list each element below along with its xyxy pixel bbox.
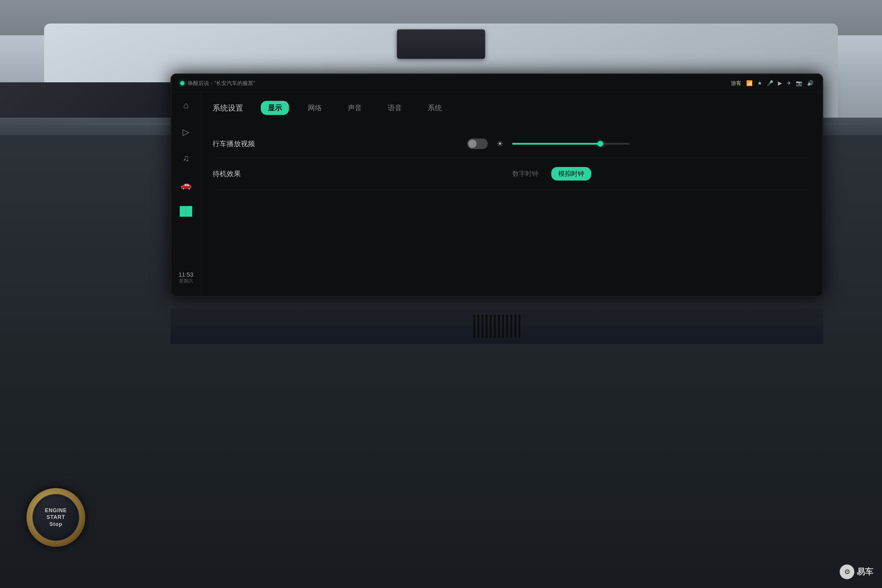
engine-button-area: ENGINE START Stop [9, 476, 103, 559]
guest-label: 游客 [731, 80, 741, 87]
vent-slot [510, 315, 512, 338]
sidebar-item-home[interactable]: ⌂ [179, 98, 194, 112]
engine-button-outer-ring: ENGINE START Stop [27, 488, 85, 547]
vent-slot [490, 315, 492, 338]
navigation-icon: ✈ [787, 80, 791, 86]
brightness-handle[interactable] [597, 141, 603, 147]
air-vent-area [171, 309, 823, 344]
standby-options: 数字时钟 模拟时钟 [506, 167, 591, 180]
sidebar-item-car[interactable]: 🚗 [179, 177, 194, 192]
standby-effect-controls: 数字时钟 模拟时钟 [286, 167, 810, 180]
brightness-icon: ☀ [496, 140, 503, 148]
sidebar-item-navigation[interactable]: ▷ [179, 124, 194, 139]
screen-ui: 唤醒后说："长安汽车的服票" 游客 📶 ★ 🎤 ▶ ✈ 📷 🔊 ⌂ ▷ ♫ 🚗 [171, 74, 822, 296]
watermark-text: 易车 [857, 566, 873, 578]
sidebar-clock: 11:53 [178, 272, 193, 278]
status-bar: 唤醒后说："长安汽车的服票" 游客 📶 ★ 🎤 ▶ ✈ 📷 🔊 [171, 74, 822, 92]
tab-sound[interactable]: 声音 [341, 101, 369, 115]
tab-system[interactable]: 系统 [421, 101, 449, 115]
driving-video-label: 行车播放视频 [213, 139, 286, 148]
sidebar-day: 星期六 [178, 278, 193, 284]
status-bar-left: 唤醒后说："长安汽车的服票" [180, 80, 731, 87]
driving-video-toggle[interactable] [467, 138, 488, 149]
play-icon: ▶ [778, 80, 782, 86]
settings-page-title: 系统设置 [213, 103, 243, 113]
vent-slot [494, 315, 496, 338]
rearview-mirror [397, 29, 485, 59]
left-sidebar: ⌂ ▷ ♫ 🚗 ██ 11:53 星期六 [171, 92, 201, 296]
vent-slot [514, 315, 516, 338]
tab-network[interactable]: 网络 [301, 101, 329, 115]
bluetooth-icon: ★ [758, 80, 762, 86]
volume-icon: 🔊 [807, 80, 813, 86]
vent-slot [498, 315, 500, 338]
engine-line1: ENGINE [45, 507, 67, 513]
brightness-fill [512, 143, 600, 145]
sidebar-item-apps[interactable]: ██ [179, 204, 194, 219]
voice-active-indicator [180, 81, 184, 85]
engine-button-text: ENGINE START Stop [45, 507, 67, 528]
voice-hint-text: 唤醒后说："长安汽车的服票" [188, 80, 255, 87]
vent-slot [482, 315, 483, 338]
vent-slot [486, 315, 488, 338]
sidebar-time: 11:53 星期六 [178, 272, 193, 290]
toggle-knob [468, 140, 477, 148]
settings-nav-tabs: 系统设置 显示 网络 声音 语音 系统 [213, 101, 810, 115]
display-settings-section: 行车播放视频 ☀ [213, 130, 810, 190]
watermark-logo: ⊙ [840, 564, 854, 579]
wifi-icon: 📶 [746, 80, 753, 86]
vent-slot [502, 315, 504, 338]
engine-start-stop-button[interactable]: ENGINE START Stop [32, 494, 80, 541]
vent-slot [506, 315, 508, 338]
content-area: ⌂ ▷ ♫ 🚗 ██ 11:53 星期六 系统设置 显示 网络 [171, 92, 822, 296]
infotainment-screen: 唤醒后说："长安汽车的服票" 游客 📶 ★ 🎤 ▶ ✈ 📷 🔊 ⌂ ▷ ♫ 🚗 [171, 74, 823, 297]
watermark: ⊙ 易车 [840, 564, 873, 579]
brightness-slider[interactable] [512, 143, 630, 145]
standby-option-digital[interactable]: 数字时钟 [506, 167, 545, 180]
tab-voice[interactable]: 语音 [381, 101, 409, 115]
standby-effect-label: 待机效果 [213, 169, 286, 178]
standby-option-analog[interactable]: 模拟时钟 [551, 167, 591, 180]
engine-line2: START [46, 514, 65, 520]
vent-slot [477, 315, 479, 338]
standby-effect-setting-row: 待机效果 数字时钟 模拟时钟 [213, 158, 810, 190]
driving-video-setting-row: 行车播放视频 ☀ [213, 130, 810, 158]
vent-slot [473, 315, 475, 338]
engine-line3: Stop [50, 521, 62, 527]
camera-icon: 📷 [796, 80, 802, 86]
mic-icon: 🎤 [767, 80, 773, 86]
vent-slot [519, 315, 520, 338]
settings-content: 系统设置 显示 网络 声音 语音 系统 行车播放视频 [201, 92, 822, 296]
sidebar-item-music[interactable]: ♫ [179, 151, 194, 165]
tab-display[interactable]: 显示 [261, 101, 289, 115]
status-bar-right: 游客 📶 ★ 🎤 ▶ ✈ 📷 🔊 [731, 80, 813, 87]
driving-video-controls: ☀ [286, 138, 810, 149]
